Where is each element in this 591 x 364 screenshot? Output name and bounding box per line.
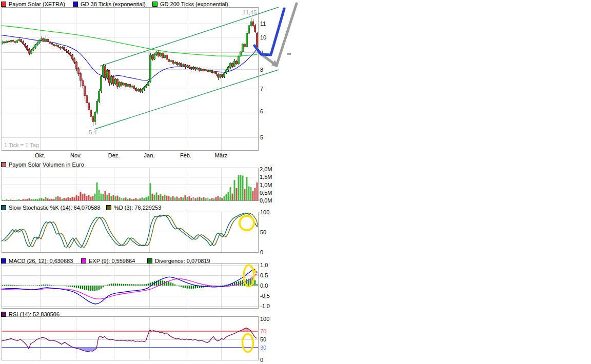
legend-label: EXP (9): 0,559864: [89, 258, 135, 264]
svg-text:5,4: 5,4: [89, 129, 96, 135]
svg-text:0: 0: [260, 357, 263, 363]
legend-label: Payom Solar (XETRA): [9, 1, 65, 7]
stock-analysis-chart: 111098765Okt.Nov.Dez.Jan.Feb.März11,455,…: [0, 0, 591, 364]
gd38-swatch-icon: [73, 2, 78, 7]
svg-text:Nov.: Nov.: [70, 152, 82, 158]
blue-forecast-arrow: [254, 9, 284, 55]
legend-label: %D (3): 76,229253: [114, 205, 161, 211]
legend-label: RSI (14): 52,830506: [9, 311, 60, 317]
stochastic-panel: 100500: [2, 209, 269, 255]
stoch-d-swatch-icon: [106, 205, 111, 210]
macd-y-labels: 1,00,50,0-0,5-1,0: [260, 262, 270, 309]
rsi-panel: 1007050300: [2, 316, 269, 363]
legend-label: GD 200 Ticks (exponential): [160, 1, 228, 7]
stoch-highlight-circle: [240, 216, 254, 230]
svg-text:1,0: 1,0: [260, 262, 268, 268]
svg-text:0: 0: [260, 249, 263, 255]
svg-text:März: März: [215, 152, 227, 158]
svg-text:6: 6: [260, 108, 263, 114]
legend-main-payom: Payom Solar (XETRA): [1, 1, 65, 7]
legend-label: Payom Solar Volumen in Euro: [9, 161, 84, 168]
svg-text:-1,0: -1,0: [260, 303, 270, 309]
svg-text:0,5M: 0,5M: [260, 190, 272, 196]
svg-text:100: 100: [260, 316, 269, 322]
svg-text:1 Tick = 1 Tag: 1 Tick = 1 Tag: [4, 142, 39, 148]
stoch-k-swatch-icon: [1, 205, 6, 210]
svg-text:Feb.: Feb.: [180, 152, 191, 158]
stochastic-y-labels: 100500: [260, 209, 269, 255]
legend-macd: MACD (26, 12): 0,630683: [1, 257, 73, 264]
legend-main-gd200: GD 200 Ticks (exponential): [152, 1, 228, 7]
svg-text:0,0: 0,0: [260, 282, 268, 289]
svg-text:7: 7: [260, 86, 263, 92]
svg-text:5: 5: [260, 134, 263, 140]
legend-label: GD 38 Ticks (exponential): [81, 1, 146, 7]
svg-text:1,5M: 1,5M: [260, 174, 272, 180]
legend-stoch-d: %D (3): 76,229253: [106, 204, 161, 211]
main-grid: [2, 7, 258, 150]
macd-highlight-dot: [253, 270, 257, 273]
svg-text:2,0M: 2,0M: [260, 166, 272, 172]
svg-text:8: 8: [260, 67, 263, 73]
volume-grid: [2, 168, 258, 201]
gray-dash-mark: [287, 53, 291, 55]
stochastic-grid: [2, 212, 258, 252]
gd200-swatch-icon: [152, 2, 157, 7]
svg-text:1,0M: 1,0M: [260, 182, 272, 188]
svg-text:70: 70: [260, 328, 266, 334]
legend-label: MACD (26, 12): 0,630683: [9, 258, 73, 264]
legend-label: Slow Stochastic %K (14): 64,070588: [9, 205, 101, 211]
macd-swatch-icon: [1, 258, 6, 264]
rsi-overbought-fill: [150, 328, 251, 331]
volume-swatch-icon: [1, 162, 6, 167]
stoch-d-line: [5, 213, 258, 248]
svg-text:30: 30: [260, 345, 266, 351]
volume-panel: 2,0M1,5M1,0M0,5M0,0M: [2, 166, 272, 204]
svg-text:100: 100: [260, 209, 269, 215]
exp-swatch-icon: [81, 258, 86, 264]
main-y-labels: 111098765: [260, 21, 266, 140]
volume-y-labels: 2,0M1,5M1,0M0,5M0,0M: [260, 166, 272, 204]
svg-text:Jan.: Jan.: [144, 152, 155, 158]
legend-main-gd38: GD 38 Ticks (exponential): [73, 1, 146, 7]
legend-macd-exp: EXP (9): 0,559864: [81, 257, 135, 264]
svg-text:10: 10: [260, 34, 266, 41]
legend-rsi: RSI (14): 52,830506: [1, 311, 60, 317]
legend-macd-divergence: Divergence: 0,070819: [147, 257, 210, 264]
chart-canvas: 111098765Okt.Nov.Dez.Jan.Feb.März11,455,…: [0, 0, 591, 364]
rsi-y-labels: 1007050300: [260, 316, 269, 363]
divergence-swatch-icon: [147, 258, 152, 264]
svg-text:50: 50: [260, 229, 266, 235]
svg-text:0,5: 0,5: [260, 272, 268, 278]
svg-text:11: 11: [260, 21, 266, 27]
payom-solar-swatch-icon: [1, 2, 6, 7]
legend-label: Divergence: 0,070819: [155, 258, 210, 264]
svg-text:-0,5: -0,5: [260, 293, 270, 299]
legend-volume: Payom Solar Volumen in Euro: [1, 161, 84, 168]
rsi-highlight-ellipse: [243, 334, 253, 352]
rsi-swatch-icon: [1, 312, 6, 317]
main-price-panel: 111098765Okt.Nov.Dez.Jan.Feb.März11,455,…: [2, 7, 279, 158]
svg-text:Okt.: Okt.: [35, 152, 45, 158]
month-labels: Okt.Nov.Dez.Jan.Feb.März: [35, 152, 227, 158]
svg-text:11,45: 11,45: [243, 9, 257, 15]
main-special-labels: 11,455,41 Tick = 1 Tag: [4, 9, 257, 148]
svg-text:0,0M: 0,0M: [260, 197, 272, 204]
svg-text:Dez.: Dez.: [108, 152, 120, 158]
svg-text:50: 50: [260, 336, 266, 342]
macd-panel: 1,00,50,0-0,5-1,0: [2, 262, 270, 309]
legend-stoch-k: Slow Stochastic %K (14): 64,070588: [1, 204, 101, 211]
